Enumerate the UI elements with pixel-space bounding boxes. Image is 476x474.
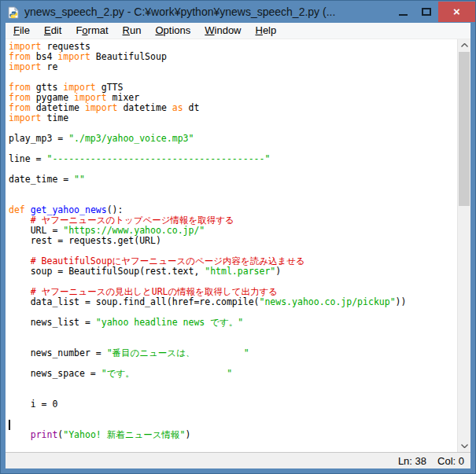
code-line: news_list = "yahoo headline news です。": [9, 318, 457, 328]
code-line: i = 0: [9, 399, 457, 410]
code-line: rest = requests.get(URL): [9, 236, 457, 246]
chevron-up-icon: [461, 43, 468, 47]
scroll-up-button[interactable]: [458, 39, 470, 51]
editor: import requestsfrom bs4 import Beautiful…: [6, 39, 470, 452]
close-button[interactable]: ×: [438, 2, 475, 22]
menu-format[interactable]: Format: [68, 23, 115, 39]
minimize-button[interactable]: [391, 2, 415, 22]
menu-file[interactable]: File: [6, 23, 37, 39]
status-line-number: Ln: 38: [398, 455, 426, 467]
menu-edit[interactable]: Edit: [37, 23, 68, 39]
code-line: print("Yahoo! 新着ニュース情報"): [9, 430, 457, 440]
code-line: news_number = "番目のニュースは、 ": [9, 348, 457, 358]
chevron-down-icon: [461, 444, 468, 448]
window-content: FileEditFormatRunOptionsWindowHelp impor…: [6, 23, 470, 468]
python-file-icon[interactable]: [7, 6, 20, 19]
code-line: play_mp3 = "./mp3/yahoo_voice.mp3": [9, 134, 457, 144]
window-title: ynews_speech_2.py - C:¥work¥python¥ynews…: [24, 6, 335, 18]
status-bar: Ln: 38 Col: 0: [6, 452, 470, 468]
window-bottom-border: [1, 468, 475, 473]
code-line: news_space = "です。 ": [9, 369, 457, 379]
code-line: [9, 185, 457, 195]
code-line: [9, 389, 457, 399]
vertical-scrollbar[interactable]: [457, 39, 470, 452]
maximize-button[interactable]: [415, 2, 438, 22]
idle-editor-window: ynews_speech_2.py - C:¥work¥python¥ynews…: [0, 0, 476, 474]
title-bar[interactable]: ynews_speech_2.py - C:¥work¥python¥ynews…: [1, 1, 475, 23]
menu-help[interactable]: Help: [249, 23, 284, 39]
code-line: line = "--------------------------------…: [9, 154, 457, 164]
scroll-down-button[interactable]: [458, 440, 470, 452]
code-line: import re: [9, 62, 457, 72]
menu-run[interactable]: Run: [116, 23, 149, 39]
code-line: [9, 410, 457, 420]
code-line: date_time = "": [9, 175, 457, 185]
menu-bar: FileEditFormatRunOptionsWindowHelp: [6, 23, 470, 39]
code-line: from datetime import datetime as dt: [9, 103, 457, 113]
menu-window[interactable]: Window: [197, 23, 248, 39]
menu-options[interactable]: Options: [148, 23, 197, 39]
minimize-icon: [399, 14, 408, 16]
code-area[interactable]: import requestsfrom bs4 import Beautiful…: [6, 39, 457, 452]
code-line: from bs4 import BeautifulSoup: [9, 52, 457, 62]
code-line: [9, 379, 457, 389]
code-line: data_list = soup.find_all(href=re.compil…: [9, 297, 457, 307]
code-line: import time: [9, 113, 457, 123]
scroll-thumb[interactable]: [459, 52, 470, 206]
status-column-number: Col: 0: [437, 455, 464, 467]
close-icon: ×: [453, 5, 460, 18]
maximize-icon: [422, 8, 431, 16]
code-line: soup = BeautifulSoup(rest.text, "html.pa…: [9, 266, 457, 277]
code-line: [9, 328, 457, 338]
